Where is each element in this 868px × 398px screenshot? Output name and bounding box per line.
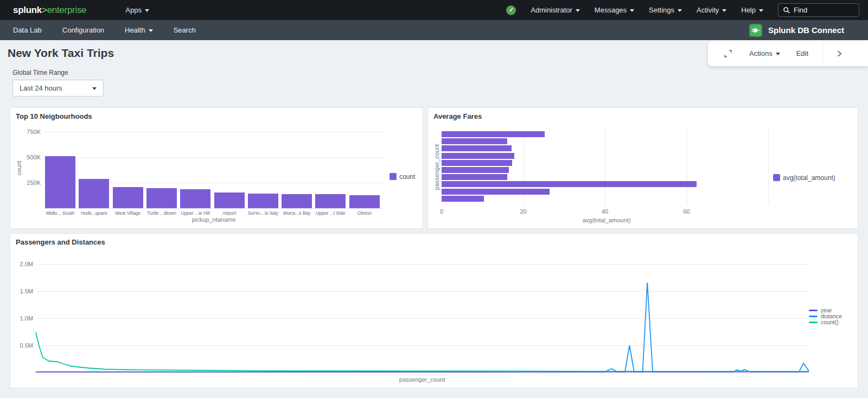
bar-Turtle ...dtown[interactable] [146,188,177,208]
panel-passengers-distances: Passengers and Distances 0.5M1.0M1.5M2.0… [10,233,858,388]
caret-down-icon [630,9,634,12]
app-title: Splunk DB Connect [768,25,844,35]
x-category-label: Huds...quare [77,210,111,216]
y-tick-label: 1.0M [14,315,33,322]
bar-passenger-count-6[interactable] [442,174,507,180]
nav-item-configuration-label: Configuration [62,26,104,34]
nav-item-search[interactable]: Search [163,20,206,40]
dashboard-main: New York Taxi Trips Actions Edit Global … [0,40,868,398]
y-tick-label: 250K [22,179,41,186]
caret-down-icon [576,9,580,12]
y-tick-label: 500K [22,154,41,161]
line-series-count()[interactable] [36,332,809,371]
bar-Airport[interactable] [214,192,245,208]
chevron-right-icon[interactable] [835,49,844,58]
y-axis-label: passenger_count [433,137,440,197]
activity-menu-label: Activity [697,6,719,14]
bar-passenger-count-5[interactable] [442,167,509,173]
caret-down-icon [776,53,780,55]
apps-menu[interactable]: Apps [125,6,149,14]
bar-West Village[interactable] [113,187,143,208]
bar-Huds...quare[interactable] [79,179,109,208]
panel-title: Top 10 Neigbourhoods [16,112,92,120]
help-menu-label: Help [741,6,756,14]
bar-passenger-count-1[interactable] [442,138,507,144]
bar-Midto... South[interactable] [45,156,75,208]
find-search-box[interactable] [778,3,859,17]
nav-item-data-lab[interactable]: Data Lab [0,20,52,40]
y-tick-label: 750K [22,129,41,135]
x-category-label: West Village [111,210,145,216]
bar-Murra...s Bay[interactable] [282,194,312,208]
caret-down-icon [722,9,726,12]
activity-menu[interactable]: Activity [697,6,726,14]
bar-Upper ...ie Hill[interactable] [180,189,210,208]
x-axis-label: passenger_count [381,376,463,383]
bar-passenger-count-8[interactable] [442,189,550,195]
x-axis-label: pickup_ntaname [173,216,254,223]
settings-menu-label: Settings [649,6,674,14]
nav-item-health-label: Health [125,26,145,34]
gridline [687,130,687,205]
x-category-label: Murra...s Bay [280,210,314,216]
splunk-logo[interactable]: splunk>enterprise [13,5,86,16]
bar-passenger-count-9[interactable] [442,196,484,202]
settings-menu[interactable]: Settings [649,6,682,14]
caret-down-icon [145,9,149,12]
nav-item-search-label: Search [174,26,196,34]
messages-menu-label: Messages [595,6,627,14]
logo-product-text: enterprise [47,5,87,15]
y-tick-label: 0.5M [14,342,33,349]
x-axis-label: avg(total_amount) [566,217,647,223]
bar-Clinton[interactable] [349,195,380,208]
expand-corners-icon[interactable] [723,49,733,59]
y-tick-label: 1.5M [14,288,33,294]
apps-menu-label: Apps [125,6,142,14]
edit-button[interactable]: Edit [796,49,808,57]
gridline [605,130,605,205]
x-tick-label: 60 [679,208,695,215]
nav-item-configuration[interactable]: Configuration [52,20,114,40]
nav-item-data-lab-label: Data Lab [13,26,42,34]
panel-top10-neighbourhoods: Top 10 Neigbourhoods 250K500K750KcountMi… [10,107,423,229]
bar-passenger-count-7[interactable] [442,181,697,187]
logo-splunk-text: splunk [13,5,42,15]
legend-swatch [773,174,780,181]
x-category-label: Midto... South [43,210,77,216]
help-menu[interactable]: Help [741,6,763,14]
bar-passenger-count-4[interactable] [442,160,512,166]
check-circle-icon[interactable]: ✓ [506,5,516,15]
magnifier-icon [783,7,790,14]
administrator-menu[interactable]: Administrator [531,6,580,14]
bar-passenger-count-3[interactable] [442,153,514,159]
caret-down-icon [92,87,97,90]
find-input[interactable] [794,6,854,14]
messages-menu[interactable]: Messages [595,6,634,14]
bar-passenger-count-2[interactable] [442,145,512,151]
toolbar-divider [822,41,823,66]
x-category-label: Upper ...t Side [314,210,347,216]
nav-item-health[interactable]: Health [114,20,163,40]
x-tick-label: 0 [433,208,450,215]
administrator-menu-label: Administrator [531,6,572,14]
legend-swatch [390,173,397,180]
legend-line-swatch [809,316,818,317]
bar-Upper ...t Side[interactable] [315,194,346,208]
legend-label: avg(total_amount) [783,174,835,182]
line-series-distance[interactable] [36,283,809,372]
x-category-label: Turtle ...dtown [145,210,178,216]
x-axis-line [44,208,383,209]
y-tick-label: 2.0M [14,261,33,267]
actions-button[interactable]: Actions [749,49,780,57]
bar-passenger-count-0[interactable] [442,131,545,137]
legend-label: count() [821,319,839,325]
line-chart-canvas [36,253,809,377]
app-branding[interactable]: Splunk DB Connect [749,23,844,37]
caret-down-icon [149,29,153,32]
actions-button-label: Actions [749,49,773,57]
x-tick-label: 40 [597,208,613,215]
bar-SoHo-...le Italy[interactable] [248,194,278,208]
page-title: New York Taxi Trips [8,47,114,60]
legend-label: count [399,173,415,181]
time-range-dropdown[interactable]: Last 24 hours [12,80,104,97]
